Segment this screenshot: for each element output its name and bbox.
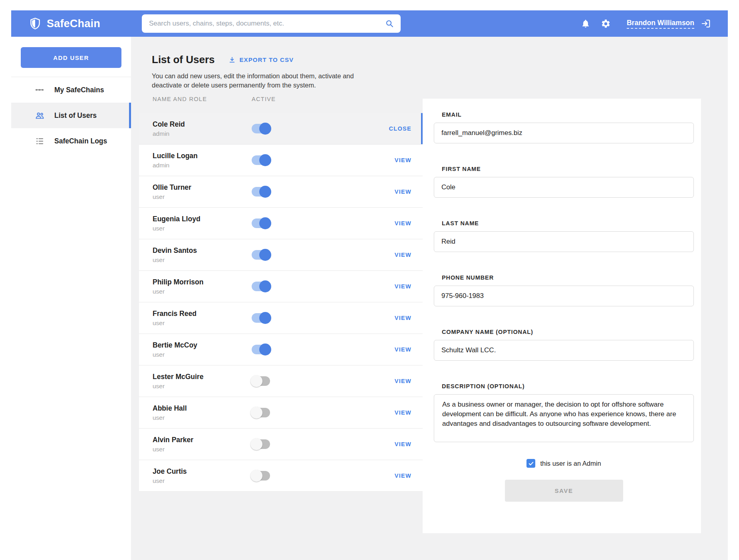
sidebar-item-safechain-logs[interactable]: SafeChain Logs: [11, 128, 131, 154]
user-name-and-role: Abbie Halluser: [153, 404, 252, 421]
column-active: ACTIVE: [252, 96, 276, 113]
active-toggle[interactable]: [252, 376, 270, 386]
sidebar-item-label: My SafeChains: [54, 86, 104, 94]
user-name-and-role: Cole Reidadmin: [153, 120, 252, 137]
active-toggle[interactable]: [252, 345, 270, 354]
user-name-and-role: Joe Curtisuser: [153, 467, 252, 485]
user-row: Bertie McCoyuserVIEW: [139, 334, 423, 365]
user-role: user: [153, 225, 252, 232]
user-role: user: [153, 414, 252, 421]
description-label: DESCRIPTION (OPTIONAL): [442, 383, 694, 389]
users-icon: [34, 111, 45, 121]
view-link[interactable]: VIEW: [395, 189, 411, 195]
view-link[interactable]: VIEW: [395, 157, 411, 163]
user-name: Francis Reed: [153, 310, 252, 318]
logout-icon[interactable]: [701, 18, 711, 29]
view-link[interactable]: VIEW: [395, 283, 411, 290]
user-name-and-role: Ollie Turneruser: [153, 183, 252, 201]
user-role: user: [153, 383, 252, 390]
user-role: user: [153, 320, 252, 327]
user-name-and-role: Eugenia Lloyduser: [153, 215, 252, 232]
user-name-and-role: Francis Reeduser: [153, 310, 252, 327]
admin-checkbox[interactable]: [526, 459, 535, 468]
view-link[interactable]: VIEW: [395, 315, 411, 321]
active-toggle[interactable]: [252, 313, 270, 323]
user-name-and-role: Philip Morrisonuser: [153, 278, 252, 295]
form-fields: EMAILFIRST NAMELAST NAMEPHONE NUMBERCOMP…: [434, 111, 694, 361]
search-bar[interactable]: [142, 14, 401, 33]
active-toggle[interactable]: [252, 155, 270, 165]
logs-icon: [34, 137, 45, 146]
view-link[interactable]: VIEW: [395, 441, 411, 447]
active-toggle[interactable]: [252, 408, 270, 417]
user-name: Eugenia Lloyd: [153, 215, 252, 223]
first-name-input[interactable]: [434, 177, 694, 198]
active-toggle[interactable]: [252, 124, 270, 133]
user-row: Ollie TurneruserVIEW: [139, 176, 423, 208]
bell-icon[interactable]: [581, 19, 590, 28]
gear-icon[interactable]: [601, 19, 611, 29]
user-row: Lucille LoganadminVIEW: [139, 145, 423, 176]
user-menu[interactable]: Brandon Williamson: [627, 19, 694, 29]
active-toggle[interactable]: [252, 187, 270, 197]
email-field-group: EMAIL: [434, 111, 694, 143]
selected-row-indicator: [421, 113, 423, 144]
main-content: List of Users EXPORT TO CSV You can add …: [131, 37, 728, 560]
first-name-label: FIRST NAME: [442, 166, 694, 172]
description-textarea[interactable]: [434, 394, 694, 442]
view-link[interactable]: VIEW: [395, 220, 411, 226]
user-role: user: [153, 288, 252, 295]
admin-checkbox-label: this user is an Admin: [540, 460, 601, 467]
sidebar-item-label: List of Users: [54, 111, 97, 120]
user-role: user: [153, 193, 252, 201]
sidebar: ADD USER My SafeChainsList of UsersSafeC…: [11, 37, 131, 560]
email-label: EMAIL: [442, 111, 694, 118]
active-toggle[interactable]: [252, 439, 270, 449]
phone-number-input[interactable]: [434, 286, 694, 306]
user-name: Lucille Logan: [153, 152, 252, 160]
user-detail-form: EMAILFIRST NAMELAST NAMEPHONE NUMBERCOMP…: [423, 99, 701, 533]
sidebar-item-label: SafeChain Logs: [54, 137, 107, 145]
company-name-input[interactable]: [434, 340, 694, 361]
sidebar-item-list-of-users[interactable]: List of Users: [11, 103, 131, 128]
company-name-field-group: COMPANY NAME (OPTIONAL): [434, 329, 694, 361]
sidebar-item-my-safechains[interactable]: My SafeChains: [11, 77, 131, 103]
add-user-button[interactable]: ADD USER: [21, 47, 121, 68]
view-link[interactable]: VIEW: [395, 252, 411, 258]
close-link[interactable]: CLOSE: [389, 125, 411, 132]
active-toggle[interactable]: [252, 282, 270, 291]
active-toggle[interactable]: [252, 250, 270, 260]
user-name-and-role: Devin Santosuser: [153, 246, 252, 264]
user-role: user: [153, 351, 252, 358]
email-input[interactable]: [434, 123, 694, 143]
company-name-label: COMPANY NAME (OPTIONAL): [442, 329, 694, 335]
table-header: NAME AND ROLE ACTIVE: [139, 96, 423, 113]
phone-number-field-group: PHONE NUMBER: [434, 274, 694, 306]
user-row: Francis ReeduserVIEW: [139, 302, 423, 334]
phone-number-label: PHONE NUMBER: [442, 274, 694, 281]
view-link[interactable]: VIEW: [395, 409, 411, 416]
last-name-input[interactable]: [434, 231, 694, 252]
save-button[interactable]: SAVE: [505, 480, 623, 502]
search-input[interactable]: [149, 20, 385, 28]
last-name-label: LAST NAME: [442, 220, 694, 226]
view-link[interactable]: VIEW: [395, 346, 411, 353]
user-row: Alvin ParkeruserVIEW: [139, 429, 423, 460]
search-icon[interactable]: [385, 19, 394, 28]
active-toggle[interactable]: [252, 471, 270, 481]
page-title: List of Users: [152, 54, 215, 66]
user-row: Abbie HalluserVIEW: [139, 397, 423, 429]
chain-icon: [34, 85, 45, 95]
user-row: Eugenia LloyduserVIEW: [139, 208, 423, 239]
user-row: Lester McGuireuserVIEW: [139, 365, 423, 397]
top-bar: SafeChain Brandon Williamson: [11, 10, 728, 37]
user-name: Ollie Turner: [153, 183, 252, 192]
brand: SafeChain: [29, 17, 142, 30]
view-link[interactable]: VIEW: [395, 473, 411, 479]
table-body: Cole ReidadminCLOSELucille LoganadminVIE…: [139, 113, 423, 492]
view-link[interactable]: VIEW: [395, 378, 411, 384]
export-csv-link[interactable]: EXPORT TO CSV: [228, 56, 294, 64]
active-toggle[interactable]: [252, 218, 270, 228]
user-row: Cole ReidadminCLOSE: [139, 113, 423, 145]
user-name: Abbie Hall: [153, 404, 252, 413]
